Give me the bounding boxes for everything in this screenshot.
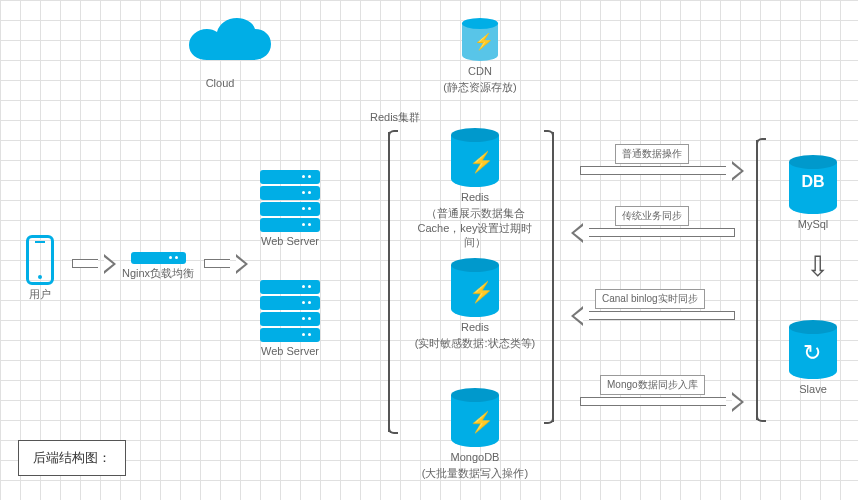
cloud-node: Cloud: [160, 18, 280, 90]
server-rack-icon: [260, 170, 320, 232]
slave-node: ↻ Slave: [778, 320, 848, 396]
phone-icon: [26, 235, 54, 285]
mongodb-node: ⚡ MongoDB (大批量数据写入操作): [410, 388, 540, 481]
nginx-icon: [131, 252, 186, 264]
nginx-label: Nginx负载均衡: [118, 266, 198, 280]
cdn-node: ⚡ CDN (静态资源存放): [430, 18, 530, 95]
arrow-mongo-sync-label: Mongo数据同步入库: [600, 375, 705, 395]
redis-cluster-heading: Redis集群: [370, 110, 450, 125]
nginx-node: Nginx负载均衡: [118, 252, 198, 280]
user-node: 用户: [20, 235, 60, 301]
server-rack-icon: [260, 280, 320, 342]
arrow-down-icon: ⇩: [806, 250, 829, 283]
redis2-label: Redis: [410, 320, 540, 334]
mongodb-label: MongoDB: [410, 450, 540, 464]
database-icon: ⚡: [451, 258, 499, 318]
arrow-canal-binlog-label: Canal binlog实时同步: [595, 289, 705, 309]
cloud-label: Cloud: [160, 76, 280, 90]
arrow-normal-ops-label: 普通数据操作: [615, 144, 689, 164]
cloud-storage-icon: ⚡: [462, 18, 498, 62]
redis2-node: ⚡ Redis (实时敏感数据:状态类等): [410, 258, 540, 351]
arrow-nginx-to-web: [204, 256, 239, 272]
arrow-user-to-nginx: [72, 256, 107, 272]
cdn-label: CDN: [430, 64, 530, 78]
database-icon: ⚡: [451, 388, 499, 448]
mysql-badge: DB: [789, 173, 837, 191]
webserver1-label: Web Server: [250, 234, 330, 248]
webserver2-label: Web Server: [250, 344, 330, 358]
slave-label: Slave: [778, 382, 848, 396]
user-label: 用户: [20, 287, 60, 301]
arrow-mongo-sync: [580, 394, 735, 410]
webserver1-node: Web Server: [250, 170, 330, 248]
webserver2-node: Web Server: [250, 280, 330, 358]
mysql-node: DB MySql: [778, 155, 848, 231]
diagram-title: 后端结构图：: [18, 440, 126, 476]
mongodb-sub: (大批量数据写入操作): [410, 466, 540, 480]
arrow-legacy-sync-label: 传统业务同步: [615, 206, 689, 226]
arrow-legacy-sync: [580, 225, 735, 241]
arrow-normal-ops: [580, 163, 735, 179]
cloud-icon: [165, 18, 275, 72]
bracket-middle-right: [552, 132, 554, 422]
redis-cluster-label: Redis集群: [370, 111, 420, 123]
redis1-node: ⚡ Redis （普通展示数据集合Cache，key设置过期时间）: [410, 128, 540, 249]
arrow-canal-binlog: [580, 308, 735, 324]
redis1-label: Redis: [410, 190, 540, 204]
redis1-sub: （普通展示数据集合Cache，key设置过期时间）: [410, 206, 540, 249]
database-icon: ⚡: [451, 128, 499, 188]
bracket-right: [756, 140, 758, 420]
mysql-label: MySql: [778, 217, 848, 231]
cdn-sub: (静态资源存放): [430, 80, 530, 94]
redis2-sub: (实时敏感数据:状态类等): [410, 336, 540, 350]
database-icon: DB: [789, 155, 837, 215]
bracket-left: [388, 132, 390, 432]
database-sync-icon: ↻: [789, 320, 837, 380]
